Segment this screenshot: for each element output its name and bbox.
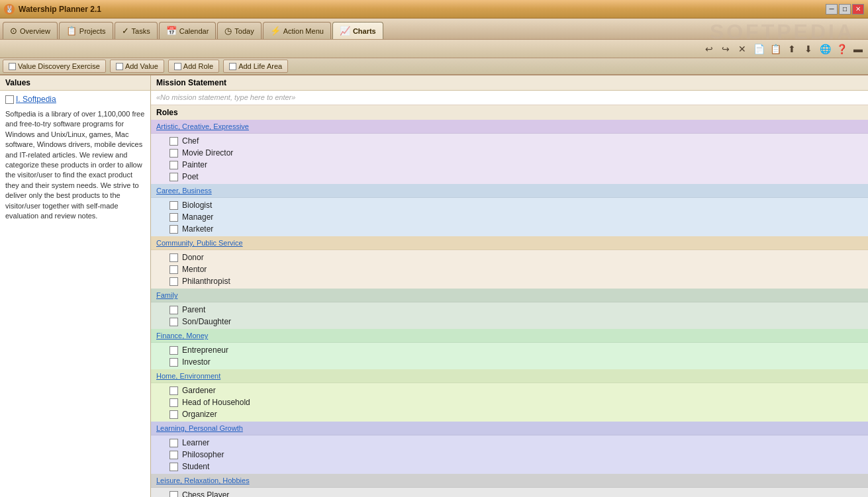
roles-header: Roles bbox=[151, 105, 868, 120]
action-menu-tab-icon: ⚡ bbox=[270, 26, 281, 36]
role-checkbox[interactable] bbox=[169, 201, 178, 210]
category-header-community[interactable]: Community, Public Service bbox=[151, 236, 868, 250]
overview-tab-icon: ⊙ bbox=[10, 26, 17, 36]
value-label[interactable]: I. Softpedia bbox=[16, 95, 56, 104]
role-category-community: Community, Public ServiceDonorMentorPhil… bbox=[151, 236, 868, 289]
role-label: Mentor bbox=[182, 265, 207, 274]
role-checkbox[interactable] bbox=[169, 149, 178, 158]
close-button[interactable]: ✕ bbox=[852, 4, 864, 15]
tab-overview[interactable]: ⊙Overview bbox=[3, 22, 58, 39]
role-item: Head of Household bbox=[151, 396, 868, 408]
titlebar: 🐰 Watership Planner 2.1 ─ □ ✕ bbox=[0, 0, 868, 19]
maximize-button[interactable]: □ bbox=[839, 4, 851, 15]
calendar-tab-label: Calendar bbox=[179, 27, 209, 35]
category-header-leisure[interactable]: Leisure, Relaxation, Hobbies bbox=[151, 474, 868, 488]
toolbar-icon-9[interactable]: ▬ bbox=[851, 42, 865, 56]
role-items-career: BiologistManagerMarketer bbox=[151, 198, 868, 236]
role-checkbox[interactable] bbox=[169, 358, 178, 367]
toolbar-icon-8[interactable]: ❓ bbox=[834, 42, 849, 56]
toolbar2-btn-value-discovery[interactable]: Value Discovery Exercise bbox=[3, 60, 106, 73]
toolbar2-btn-add-life-area[interactable]: Add Life Area bbox=[223, 60, 288, 73]
value-discovery-checkbox bbox=[9, 63, 16, 70]
toolbar-icon-0[interactable]: ↩ bbox=[702, 42, 716, 56]
role-item: Donor bbox=[151, 251, 868, 263]
calendar-tab-icon: 📅 bbox=[166, 26, 177, 36]
role-label: Biologist bbox=[182, 201, 212, 210]
toolbar-icon-3[interactable]: 📄 bbox=[751, 42, 766, 56]
add-value-checkbox bbox=[116, 63, 123, 70]
role-item: Mentor bbox=[151, 263, 868, 275]
mission-text[interactable]: «No mission statement, type here to ente… bbox=[151, 91, 868, 105]
role-checkbox[interactable] bbox=[169, 161, 178, 169]
role-checkbox[interactable] bbox=[169, 213, 178, 222]
role-label: Chef bbox=[182, 136, 199, 146]
category-header-finance[interactable]: Finance, Money bbox=[151, 329, 868, 343]
category-header-artistic[interactable]: Artistic, Creative, Expressive bbox=[151, 120, 868, 134]
tasks-tab-label: Tasks bbox=[132, 27, 150, 35]
add-life-area-checkbox bbox=[229, 63, 236, 70]
role-category-artistic: Artistic, Creative, ExpressiveChefMovie … bbox=[151, 120, 868, 184]
role-checkbox[interactable] bbox=[169, 318, 178, 326]
value-item-softpedia[interactable]: I. Softpedia bbox=[3, 93, 148, 105]
value-checkbox[interactable] bbox=[5, 95, 14, 104]
left-panel: I. Softpedia Softpedia is a library of o… bbox=[0, 91, 151, 497]
toolbar-icon-5[interactable]: ⬆ bbox=[785, 42, 799, 56]
roles-container: Roles Artistic, Creative, ExpressiveChef… bbox=[151, 105, 868, 497]
minimize-button[interactable]: ─ bbox=[826, 4, 838, 15]
role-checkbox[interactable] bbox=[169, 398, 178, 407]
role-checkbox[interactable] bbox=[169, 491, 178, 498]
add-role-checkbox bbox=[174, 63, 181, 70]
role-checkbox[interactable] bbox=[169, 265, 178, 274]
role-item: Philosopher bbox=[151, 449, 868, 461]
add-life-area-label: Add Life Area bbox=[238, 62, 282, 70]
role-checkbox[interactable] bbox=[169, 439, 178, 447]
toolbar-icon-1[interactable]: ↪ bbox=[718, 42, 733, 56]
role-checkbox[interactable] bbox=[169, 173, 178, 181]
value-description: Softpedia is a library of over 1,100,000… bbox=[3, 108, 148, 222]
role-checkbox[interactable] bbox=[169, 410, 178, 419]
toolbar2-btn-add-value[interactable]: Add Value bbox=[110, 60, 164, 73]
tab-action-menu[interactable]: ⚡Action Menu bbox=[263, 22, 331, 39]
charts-tab-label: Charts bbox=[353, 27, 376, 35]
add-value-label: Add Value bbox=[125, 62, 158, 70]
role-checkbox[interactable] bbox=[169, 346, 178, 355]
role-label: Parent bbox=[182, 305, 205, 314]
role-category-finance: Finance, MoneyEntrepreneurInvestor bbox=[151, 329, 868, 369]
role-item: Parent bbox=[151, 304, 868, 316]
tab-tasks[interactable]: ✓Tasks bbox=[115, 22, 158, 39]
role-label: Organizer bbox=[182, 410, 217, 419]
tab-projects[interactable]: 📋Projects bbox=[59, 22, 113, 39]
role-item: Biologist bbox=[151, 199, 868, 211]
category-header-home[interactable]: Home, Environment bbox=[151, 369, 868, 383]
role-items-community: DonorMentorPhilanthropist bbox=[151, 250, 868, 289]
role-item: Son/Daughter bbox=[151, 316, 868, 328]
toolbar-icon-4[interactable]: 📋 bbox=[768, 42, 783, 56]
role-checkbox[interactable] bbox=[169, 306, 178, 314]
role-checkbox[interactable] bbox=[169, 277, 178, 286]
role-item: Learner bbox=[151, 437, 868, 449]
role-items-home: GardenerHead of HouseholdOrganizer bbox=[151, 383, 868, 422]
role-checkbox[interactable] bbox=[169, 137, 178, 146]
role-checkbox[interactable] bbox=[169, 253, 178, 262]
category-header-career[interactable]: Career, Business bbox=[151, 184, 868, 198]
role-checkbox[interactable] bbox=[169, 463, 178, 471]
tab-calendar[interactable]: 📅Calendar bbox=[159, 22, 217, 39]
toolbar-icon-6[interactable]: ⬇ bbox=[801, 42, 816, 56]
role-label: Philosopher bbox=[182, 450, 224, 459]
toolbar-icon-2[interactable]: ✕ bbox=[735, 42, 749, 56]
role-checkbox[interactable] bbox=[169, 225, 178, 234]
panel-headers: Values Mission Statement bbox=[0, 75, 868, 91]
category-header-family[interactable]: Family bbox=[151, 289, 868, 302]
category-header-learning[interactable]: Learning, Personal Growth bbox=[151, 422, 868, 435]
tab-charts[interactable]: 📈Charts bbox=[332, 22, 383, 39]
role-label: Philanthropist bbox=[182, 277, 230, 286]
toolbar2-btn-add-role[interactable]: Add Role bbox=[168, 60, 219, 73]
projects-tab-icon: 📋 bbox=[66, 26, 77, 36]
role-items-leisure: Chess PlayerPinball WizardVideo GamerWor… bbox=[151, 488, 868, 497]
tab-today[interactable]: ◷Today bbox=[217, 22, 261, 39]
role-checkbox[interactable] bbox=[169, 386, 178, 395]
role-items-finance: EntrepreneurInvestor bbox=[151, 343, 868, 369]
role-checkbox[interactable] bbox=[169, 451, 178, 459]
toolbar-icon-7[interactable]: 🌐 bbox=[818, 42, 832, 56]
main-content: I. Softpedia Softpedia is a library of o… bbox=[0, 91, 868, 497]
